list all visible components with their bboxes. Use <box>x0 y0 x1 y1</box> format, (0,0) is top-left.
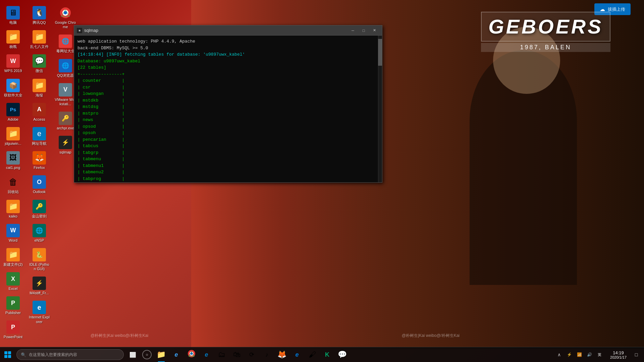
recycle-icon: 🗑 <box>6 175 20 189</box>
terminal-line-tabcus: | tabcus | <box>77 143 379 149</box>
terminal-line-tabmenu1: | tabmenu1 | <box>77 163 379 169</box>
window-title: sqlmap <box>84 28 348 33</box>
desktop-icon-xinjian[interactable]: 📁 新建文件(2) <box>1 246 25 269</box>
desktop-icon-cat1[interactable]: 🖼 cat1.png <box>1 149 25 172</box>
taskbar-search[interactable]: 🔍 在这里输入您要搜索的内容 <box>16 349 124 360</box>
desktop-icon-word[interactable]: W Word <box>1 222 25 245</box>
taskbar-app-explorer[interactable]: 📁 <box>154 347 169 362</box>
taskbar-app-store[interactable]: 🛍 <box>229 347 244 362</box>
terminal-scrollbar-thumb[interactable] <box>378 39 382 66</box>
desktop-icon-powerpoint[interactable]: P PowerPoint <box>1 318 25 341</box>
start-button[interactable] <box>0 347 15 362</box>
tray-language-icon[interactable]: 英 <box>595 350 604 359</box>
tray-expand-button[interactable]: ∧ <box>554 350 564 359</box>
tray-network-icon[interactable]: 📶 <box>575 350 584 359</box>
search-icon: 🔍 <box>21 352 26 357</box>
software-label: 联软件大全 <box>4 93 22 98</box>
tray-power-icon[interactable]: ⚡ <box>565 350 574 359</box>
desktop-icon-access[interactable]: A Access <box>27 101 51 124</box>
maximize-button[interactable]: □ <box>359 27 369 34</box>
desktop-icon-excel[interactable]: X Excel <box>1 270 25 293</box>
terminal-line-opsoh: | opsoh | <box>77 130 379 136</box>
taskbar-app-firefox[interactable]: 🦊 <box>274 347 289 362</box>
desktop-icon-jdgui[interactable]: 📁 jdguiwin... <box>1 125 25 148</box>
taskbar-app-ie[interactable]: e <box>199 347 214 362</box>
year-balen-text: 1987, BALEN <box>520 44 571 51</box>
edge2-taskbar-icon: e <box>295 351 299 358</box>
close-button[interactable]: ✕ <box>369 27 379 34</box>
access-icon: A <box>33 103 46 116</box>
desktop-icon-recycle[interactable]: 🗑 回收站 <box>1 173 25 196</box>
excel-icon: X <box>6 272 20 286</box>
desktop-icon-ie[interactable]: e Internet Explorer <box>27 299 51 326</box>
search-placeholder-text: 在这里输入您要搜索的内容 <box>29 352 77 358</box>
desktop-icon-firefox[interactable]: 🦊 Firefox <box>27 149 51 172</box>
cat1-icon: 🖼 <box>6 151 20 165</box>
desktop-icon-haibao[interactable]: 📁 海报 <box>27 77 51 100</box>
ie-label: Internet Explorer <box>29 315 50 324</box>
desktop-icons-container: 🖥 电脑 📁 杨戬 W WPS 2019 📦 联软件大全 Ps Adobe 📁 … <box>0 0 70 347</box>
terminal-line-tabprog: | tabprog | <box>77 176 379 182</box>
publisher-label: Publisher <box>5 311 21 315</box>
weixin-taskbar-icon: 💬 <box>338 350 347 359</box>
haibao-icon: 📁 <box>33 79 46 92</box>
taskbar-app-music[interactable]: ♪ <box>259 347 274 362</box>
terminal-line-pencarian: | pencarian | <box>77 136 379 143</box>
terminal-line-csr: | csr | <box>77 84 379 91</box>
taskbar-app-paint[interactable]: 🖌 <box>305 347 320 362</box>
desktop-icon-wps[interactable]: W WPS 2019 <box>1 52 25 75</box>
desktop-icon-computer[interactable]: 🖥 电脑 <box>1 4 25 27</box>
taskbar-cortana-button[interactable]: ○ <box>140 348 154 361</box>
desktop-icon-software[interactable]: 📦 联软件大全 <box>1 77 25 100</box>
weixin-icon: 💬 <box>33 54 46 68</box>
word-label: Word <box>9 238 17 243</box>
terminal-body[interactable]: web application technology: PHP 4.4.9, A… <box>74 36 382 182</box>
desktop-icon-qq[interactable]: 🐧 腾讯QQ <box>27 4 51 27</box>
jinshan-label: 金山密剑 <box>32 214 47 219</box>
kaiko-label: kaiko <box>9 214 17 219</box>
taskbar-app-refresh[interactable]: ⟳ <box>244 347 259 362</box>
desktop-icon-idle[interactable]: 🐍 IDLE (Python GUI) <box>27 246 51 273</box>
taskbar-app-edge[interactable]: e <box>169 347 184 362</box>
adobe-label: Adobe <box>8 117 18 122</box>
taskbar-app-file-exp[interactable]: 🗂 <box>214 347 229 362</box>
desktop-icon-publisher[interactable]: P Publisher <box>1 294 25 317</box>
chrome-icon <box>59 6 72 19</box>
desktop: GEBOERS 1987, BALEN ☁ 拔插上传 🖥 电脑 📁 杨戬 W W… <box>0 0 644 362</box>
taskbar-task-view[interactable]: ⬜ <box>125 347 140 362</box>
taskbar-app-kaspersky[interactable]: K <box>320 347 335 362</box>
terminal-scrollbar[interactable] <box>378 36 382 182</box>
clock-time: 14:19 <box>613 350 624 355</box>
tray-volume-icon[interactable]: 🔊 <box>585 350 594 359</box>
clock[interactable]: 14:19 2020/1/17 <box>607 350 629 359</box>
computer-icon: 🖥 <box>6 6 20 19</box>
desktop-icon-kaiko[interactable]: 📁 kaiko <box>1 198 25 221</box>
desktop-icon-adobe[interactable]: Ps Adobe <box>1 101 25 124</box>
desktop-icon-weixin[interactable]: 💬 微信 <box>27 52 51 75</box>
window-controls: ─ □ ✕ <box>348 27 379 34</box>
desktop-icon-ensp[interactable]: 🌐 eNSP <box>27 222 51 245</box>
language-text: 英 <box>598 352 601 357</box>
desktop-icon-m4stiff[interactable]: ⚡ M4stiff_Fr... <box>27 275 51 297</box>
taskbar-app-weixin-tb[interactable]: 💬 <box>335 347 350 362</box>
ie-nav-label: 网址导航 <box>32 141 47 146</box>
desktop-icon-outlook[interactable]: O Outlook <box>27 173 51 196</box>
window-titlebar: ■ sqlmap ─ □ ✕ <box>74 25 382 36</box>
folder-taskbar-icon: 🗂 <box>218 350 225 359</box>
notification-button[interactable]: □ <box>631 347 641 362</box>
sqlmap-window: ■ sqlmap ─ □ ✕ web application technolog… <box>74 25 382 183</box>
desktop-icon-jinshan[interactable]: 🔑 金山密剑 <box>27 198 51 221</box>
taskbar-app-chrome[interactable] <box>184 347 199 362</box>
desktop-icon-ie-nav[interactable]: e 网址导航 <box>27 125 51 148</box>
terminal-line-6: +----------------+ <box>77 71 379 78</box>
store-taskbar-icon: 🛍 <box>233 350 240 359</box>
yangji-icon: 📁 <box>6 30 20 44</box>
desktop-icon-yangji[interactable]: 📁 杨戬 <box>1 28 25 51</box>
desktop-icon-luanqi[interactable]: 📁 乱七八文件 <box>27 28 51 51</box>
taskbar-app-edge2[interactable]: e <box>289 347 305 362</box>
weixin-label: 微信 <box>36 69 43 73</box>
archpr-icon: 🔑 <box>59 112 72 125</box>
publisher-icon: P <box>6 296 20 310</box>
windows-logo-icon <box>4 351 11 358</box>
minimize-button[interactable]: ─ <box>348 27 358 34</box>
